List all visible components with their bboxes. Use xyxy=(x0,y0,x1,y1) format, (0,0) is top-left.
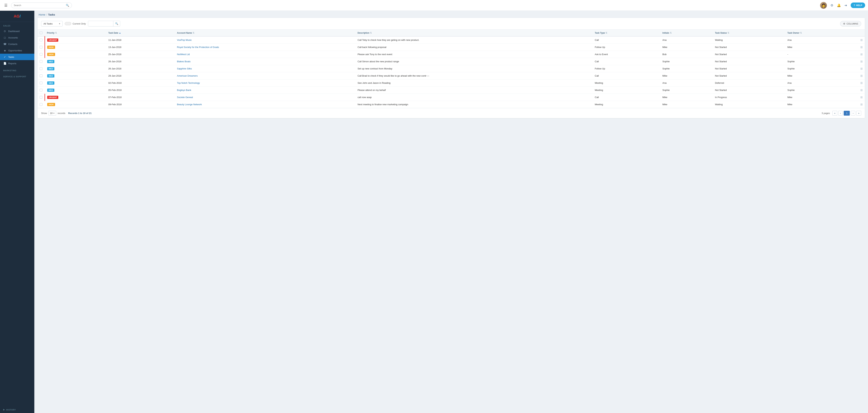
row-checkbox[interactable] xyxy=(40,103,42,106)
account-name-cell[interactable]: Societe Geneal xyxy=(175,94,355,101)
col-header-task-owner[interactable]: Task Owner ⇅ xyxy=(785,30,858,36)
sidebar-item-tasks[interactable]: ✓ Tasks xyxy=(0,54,34,60)
logout-icon[interactable]: ➜ xyxy=(844,3,847,7)
account-name-cell[interactable]: Top Notch Technology xyxy=(175,80,355,87)
col-header-task-date[interactable]: Task Date ▲ xyxy=(106,30,175,36)
account-name-cell[interactable]: American Dreamers xyxy=(175,72,355,80)
prev-page-button[interactable]: ‹ xyxy=(838,111,843,116)
task-type-cell: Meeting xyxy=(593,80,660,87)
search-bar: 🔍 xyxy=(11,2,72,8)
col-header-initials[interactable]: Initials ⇅ xyxy=(660,30,713,36)
first-page-button[interactable]: « xyxy=(832,111,837,116)
col-header-account-name[interactable]: Account Name ⇅ xyxy=(175,30,355,36)
columns-gear-icon: ⚙ xyxy=(843,22,845,25)
toolbar: All Tasks ▾ Current Only 🔍 ⚙ COLUMNS xyxy=(37,18,865,30)
row-expand-icon[interactable]: ⊞ xyxy=(860,89,863,92)
sidebar-item-accounts[interactable]: ◻ Accounts xyxy=(0,34,34,41)
sidebar-item-opportunities[interactable]: ◈ Opportunities xyxy=(0,47,34,54)
task-status-cell: Deferred xyxy=(713,80,785,87)
sidebar-item-label: Reports xyxy=(8,62,17,65)
history-label: HISTORY xyxy=(6,409,16,411)
row-checkbox[interactable] xyxy=(40,96,42,98)
header-checkbox[interactable] xyxy=(40,31,42,34)
section-label-reports[interactable]: 📄 Reports xyxy=(0,60,34,66)
hamburger-icon[interactable]: ☰ xyxy=(3,2,9,8)
col-header-task-type[interactable]: Task Type ⇅ xyxy=(593,30,660,36)
initials-cell: Sophie xyxy=(660,58,713,65)
columns-button[interactable]: ⚙ COLUMNS xyxy=(840,21,861,27)
avatar[interactable]: 👩 xyxy=(820,2,827,9)
section-toggle-history[interactable]: ▶ HISTORY xyxy=(0,406,34,413)
task-type-cell: Ask to Event xyxy=(593,51,660,58)
filter-select[interactable]: All Tasks ▾ xyxy=(41,21,63,27)
sidebar: AG/ SALES ⊙ Dashboard ◻ Accounts ☎ Conta… xyxy=(0,11,34,413)
per-page-value: 10 xyxy=(50,112,53,115)
account-name-cell[interactable]: NotWest Ltd xyxy=(175,51,355,58)
table-row: Med 26-Jan-2018 Blakes Boats Call Simon … xyxy=(37,58,865,65)
records-label: records xyxy=(58,112,65,115)
task-owner-cell: Mike xyxy=(785,101,858,108)
task-date-cell: 26-Jan-2018 xyxy=(106,65,175,72)
account-name-cell[interactable]: Blakes Boats xyxy=(175,58,355,65)
current-only-toggle[interactable]: Current Only xyxy=(65,22,86,25)
account-name-cell[interactable]: VoxPop Music xyxy=(175,36,355,44)
next-page-button[interactable]: › xyxy=(851,111,855,116)
row-checkbox[interactable] xyxy=(40,60,42,63)
initials-cell: Mike xyxy=(660,101,713,108)
row-checkbox[interactable] xyxy=(40,82,42,84)
row-checkbox[interactable] xyxy=(40,46,42,49)
row-expand-icon[interactable]: ⊞ xyxy=(860,46,863,49)
task-date-cell: 29-Jan-2018 xyxy=(106,72,175,80)
row-checkbox[interactable] xyxy=(40,75,42,77)
task-type-cell: Call xyxy=(593,72,660,80)
row-checkbox[interactable] xyxy=(40,53,42,56)
row-expand-icon[interactable]: ⊞ xyxy=(860,81,863,85)
account-name-cell[interactable]: Royal Society for the Protection of Goat… xyxy=(175,44,355,51)
breadcrumb-home[interactable]: Home xyxy=(39,13,45,16)
col-header-priority[interactable]: Priority ⇅ xyxy=(45,30,106,36)
row-checkbox[interactable] xyxy=(40,39,42,41)
task-date-cell: 09-Feb-2018 xyxy=(106,101,175,108)
row-expand-icon[interactable]: ⊞ xyxy=(860,53,863,56)
search-icon: 🔍 xyxy=(66,4,69,7)
notification-icon[interactable]: 🔔 xyxy=(837,3,841,7)
priority-badge: Med xyxy=(47,89,54,92)
filter-search-input[interactable] xyxy=(88,21,113,26)
search-input[interactable] xyxy=(14,4,64,7)
priority-badge: High xyxy=(47,46,55,49)
filter-label: All Tasks xyxy=(43,22,53,25)
account-name-cell[interactable]: Bogleys Bank xyxy=(175,87,355,94)
task-type-cell: Call xyxy=(593,58,660,65)
task-date-cell: 13-Jan-2018 xyxy=(106,44,175,51)
filter-search-button[interactable]: 🔍 xyxy=(113,21,120,26)
pagination-bar: Show 10 ▾ records Records 1 to 10 of 21 … xyxy=(37,108,865,118)
settings-icon[interactable]: ⚙ xyxy=(831,3,833,7)
toggle-checkbox[interactable] xyxy=(65,22,71,25)
row-expand-icon[interactable]: ⊞ xyxy=(860,38,863,41)
last-page-button[interactable]: » xyxy=(857,111,861,116)
page-card: All Tasks ▾ Current Only 🔍 ⚙ COLUMNS xyxy=(37,18,865,118)
dashboard-icon: ⊙ xyxy=(3,30,6,33)
current-page-button[interactable]: 1 xyxy=(844,111,850,116)
section-label-marketing: MARKETING xyxy=(0,66,34,72)
col-header-task-status[interactable]: Task Status ⇅ xyxy=(713,30,785,36)
row-expand-icon[interactable]: ⊞ xyxy=(860,103,863,106)
sidebar-item-dashboard[interactable]: ⊙ Dashboard xyxy=(0,28,34,34)
row-expand-icon[interactable]: ⊞ xyxy=(860,67,863,70)
account-name-cell[interactable]: Sapphire Silks xyxy=(175,65,355,72)
sidebar-item-contacts[interactable]: ☎ Contacts xyxy=(0,41,34,47)
row-checkbox[interactable] xyxy=(40,67,42,70)
pages-label: 3 pages xyxy=(822,112,830,115)
help-button[interactable]: ? HELP xyxy=(851,2,865,8)
row-expand-icon[interactable]: ⊞ xyxy=(860,74,863,77)
row-expand-icon[interactable]: ⊞ xyxy=(860,96,863,99)
table-row: High 09-Feb-2018 Beauty Lounge Network N… xyxy=(37,101,865,108)
account-name-cell[interactable]: Beauty Lounge Network xyxy=(175,101,355,108)
records-info: Records 1 to 10 of 21 xyxy=(68,112,92,115)
row-expand-icon[interactable]: ⊞ xyxy=(860,60,863,63)
row-checkbox[interactable] xyxy=(40,89,42,91)
col-header-description[interactable]: Description ⇅ xyxy=(355,30,593,36)
priority-badge: Med xyxy=(47,81,54,85)
per-page-select[interactable]: 10 ▾ xyxy=(49,111,56,116)
description-cell: call now asap xyxy=(355,94,593,101)
